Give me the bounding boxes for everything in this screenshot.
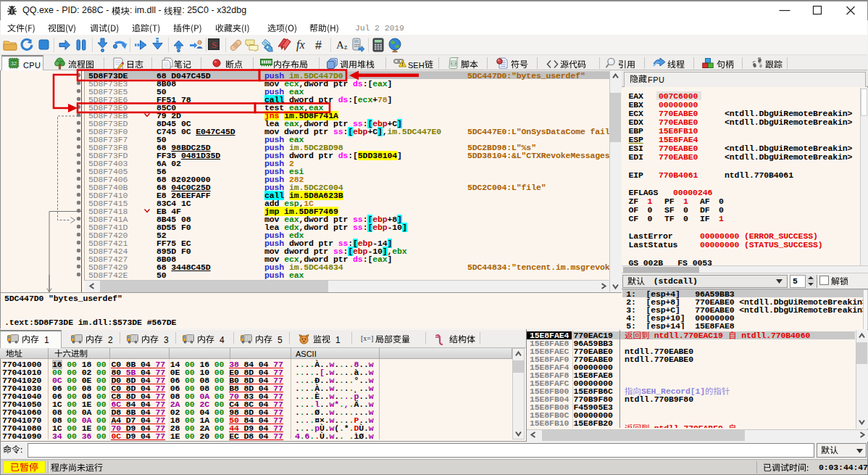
- svg-text:#: #: [315, 39, 322, 51]
- svg-text:z: z: [344, 43, 348, 51]
- svg-text:32: 32: [11, 61, 17, 66]
- svg-text:A: A: [336, 39, 344, 51]
- svg-text:<>: <>: [451, 62, 456, 67]
- svg-text:S: S: [212, 39, 217, 50]
- svg-text:fx: fx: [296, 38, 305, 51]
